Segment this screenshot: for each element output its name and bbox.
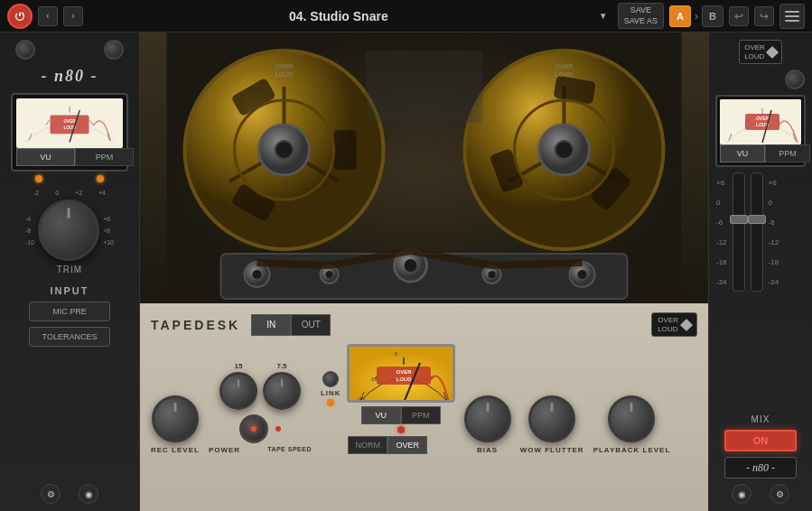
left-vu-btn[interactable]: VU: [16, 148, 75, 166]
svg-text:LOUD: LOUD: [555, 71, 574, 78]
power-button[interactable]: [7, 4, 33, 29]
ppm-mode-btn[interactable]: PPM: [401, 406, 441, 424]
svg-rect-17: [334, 130, 357, 170]
right-vu-btn-row: VU PPM: [720, 144, 810, 163]
trim-scale-right: +6 +8 +10: [103, 216, 114, 246]
center-red-dot: [397, 426, 405, 433]
menu-button[interactable]: [779, 4, 805, 29]
preset-name: 04. Studio Snare: [89, 9, 589, 23]
bias-knob[interactable]: [464, 395, 511, 442]
redo-button[interactable]: ↪: [754, 6, 774, 26]
right-top-knob[interactable]: [785, 70, 805, 89]
speed-75-group: 7.5: [263, 362, 301, 410]
svg-line-3: [46, 120, 50, 125]
speed-knob-75[interactable]: [263, 372, 301, 410]
trim-knob[interactable]: [38, 200, 99, 261]
right-fader-thumb[interactable]: [748, 215, 766, 224]
in-button[interactable]: IN: [251, 314, 291, 336]
db-6-left: +6: [716, 172, 727, 192]
in-out-buttons: IN OUT: [251, 314, 331, 336]
controls-row: REC LEVEL 15 7.5: [151, 344, 697, 454]
rec-level-knob[interactable]: [152, 395, 199, 442]
right-bottom-nav: ◉ ⚙: [732, 484, 789, 504]
right-vu-btn[interactable]: VU: [720, 144, 765, 163]
right-vu-svg: OVER LOUD: [720, 99, 801, 144]
prev-button[interactable]: ‹: [38, 6, 58, 26]
speed-75-label: 7.5: [276, 362, 286, 370]
tape-visual: OVER LOUD: [140, 33, 708, 303]
menu-icon: [785, 11, 799, 22]
left-vu-meter-display: OVER LOUD: [16, 98, 123, 148]
undo-button[interactable]: ↩: [729, 6, 749, 26]
overloud-logo-center: OVERLOUD: [651, 312, 697, 337]
center-indicators: [397, 426, 405, 433]
speed-15-label: 15: [234, 362, 242, 370]
right-vu-display: OVER LOUD: [720, 99, 801, 144]
left-indicator-dot2: [97, 175, 104, 182]
bias-group: BIAS: [464, 395, 511, 454]
vu-mode-btn[interactable]: VU: [361, 406, 401, 424]
db-12-right: -12: [769, 232, 779, 252]
out-button[interactable]: OUT: [291, 314, 331, 336]
link-knob[interactable]: [322, 371, 339, 387]
db-scale-section: +6 0 -6 -12 -18 -24 +6 0 -6 -12 -18 -2: [716, 172, 805, 409]
svg-point-45: [489, 271, 496, 278]
next-button[interactable]: ›: [63, 6, 83, 26]
on-button[interactable]: ON: [724, 430, 797, 451]
overloud-diamond-icon: [680, 319, 693, 331]
top-right-knob[interactable]: [104, 40, 124, 60]
svg-point-33: [555, 141, 574, 159]
norm-btn[interactable]: NORM: [348, 436, 387, 454]
trim-scale-top: -2 0 +2 +4: [33, 190, 106, 196]
svg-line-5: [89, 120, 93, 125]
svg-rect-36: [366, 51, 483, 123]
ab-section: A › B: [669, 5, 723, 27]
svg-point-41: [326, 271, 333, 278]
svg-point-47: [578, 270, 587, 279]
n80-label-right: - n80 -: [724, 457, 797, 478]
left-bottom-icon1[interactable]: ⚙: [41, 484, 61, 504]
over-btn[interactable]: OVER: [387, 436, 427, 454]
right-bottom-icon1[interactable]: ◉: [732, 484, 751, 504]
db-24-right: -24: [769, 272, 779, 292]
top-knobs-row: [15, 40, 124, 60]
left-panel: - n80 - OVER: [0, 33, 140, 511]
right-bottom-icon2[interactable]: ⚙: [770, 484, 789, 504]
power-row: [239, 414, 281, 443]
power-icon[interactable]: [239, 414, 268, 443]
svg-text:LOUD: LOUD: [275, 71, 294, 78]
bias-label: BIAS: [477, 446, 498, 454]
left-fader-thumb[interactable]: [730, 215, 748, 224]
svg-text:OVER: OVER: [756, 116, 770, 121]
playback-level-label: PLAYBACK LEVEL: [593, 446, 671, 454]
wow-flutter-knob[interactable]: [528, 395, 575, 442]
right-vu-meter-box: OVER LOUD VU PPM: [715, 95, 806, 167]
trim-knob-wrapper: -4 -8 -10 +6 +8 +10: [25, 200, 114, 261]
db-6-left2: -6: [716, 212, 727, 232]
speed-knob-15[interactable]: [219, 372, 257, 410]
vu-ppm-btns: VU PPM: [361, 406, 441, 424]
trim-section: -2 0 +2 +4 -4 -8 -10 +6 +8 +10: [25, 190, 114, 274]
speed-75-indicator: [281, 379, 283, 387]
db-12-left: -12: [716, 232, 727, 252]
trim-scale-left: -4 -8 -10: [25, 216, 34, 246]
center-panel: OVER LOUD: [140, 33, 708, 511]
top-left-knob[interactable]: [15, 40, 35, 60]
preset-dropdown[interactable]: ▼: [594, 7, 612, 25]
ab-a-button[interactable]: A: [669, 5, 691, 27]
mic-pre-button[interactable]: MIC PRE: [29, 302, 110, 321]
save-button[interactable]: SAVE SAVE AS: [618, 3, 664, 29]
tape-speed-label: TAPE SPEED: [267, 446, 312, 454]
left-bottom-icons: ⚙ ◉: [41, 484, 98, 504]
link-indicator-dot: [327, 399, 334, 406]
tolerances-button[interactable]: TOLERANCES: [29, 327, 110, 347]
ab-b-button[interactable]: B: [702, 5, 723, 27]
left-bottom-icon2[interactable]: ◉: [79, 484, 98, 504]
left-ppm-btn[interactable]: PPM: [75, 148, 134, 166]
power-red-dot: [275, 426, 281, 432]
playback-level-knob[interactable]: [608, 395, 655, 442]
right-ppm-btn[interactable]: PPM: [765, 144, 810, 163]
link-vu-row: LINK: [321, 344, 455, 433]
svg-text:LOUD: LOUD: [396, 376, 412, 382]
svg-text:OVER: OVER: [555, 63, 574, 70]
